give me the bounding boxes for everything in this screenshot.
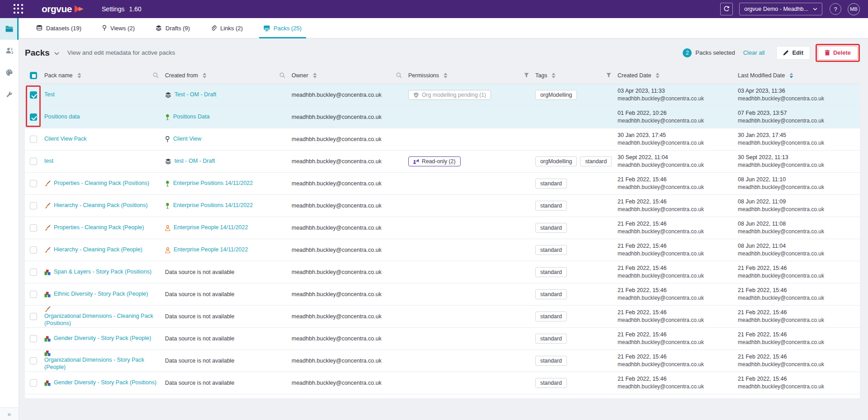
sort-icon[interactable]: [443, 73, 448, 78]
sidebar-item-wrench[interactable]: [0, 83, 19, 105]
permission-chip[interactable]: Read-only (2): [408, 156, 461, 166]
tab-drafts[interactable]: Drafts (9): [151, 18, 194, 38]
row-checkbox[interactable]: [30, 291, 37, 298]
row-checkbox[interactable]: [30, 269, 37, 276]
table-row[interactable]: Gender Diversity - Story Pack (People)Da…: [25, 328, 860, 350]
tab-links[interactable]: Links (2): [206, 18, 247, 38]
pack-name-link[interactable]: Hierarchy - Cleaning Pack (Positions): [54, 202, 148, 209]
row-checkbox[interactable]: [30, 357, 37, 364]
table-row[interactable]: Hierarchy - Cleaning Pack (People)Enterp…: [25, 239, 860, 261]
pack-name-link[interactable]: Properties - Cleaning Pack (Positions): [54, 180, 149, 187]
created-from-link[interactable]: Client View: [173, 136, 201, 143]
table-row[interactable]: Positions dataPositions Datameadhbh.buck…: [25, 106, 860, 128]
tenant-selector[interactable]: orgvue Demo - Meadhb...: [739, 3, 822, 15]
pack-name-link[interactable]: Span & Layers - Story Pack (Positions): [54, 269, 151, 276]
edit-label: Edit: [792, 49, 803, 56]
sidebar-expand-button[interactable]: »: [0, 407, 19, 420]
pack-name-link[interactable]: Positions data: [44, 113, 80, 121]
tab-packs[interactable]: Packs (25): [259, 18, 306, 38]
tab-views[interactable]: Views (2): [98, 18, 139, 38]
table-row[interactable]: Gender Diversity - Story Pack (Positions…: [25, 372, 860, 394]
pack-name-link[interactable]: Client View Pack: [44, 136, 87, 143]
created-from-link[interactable]: Enterprise People 14/11/2022: [174, 246, 248, 254]
table-row[interactable]: Properties - Cleaning Pack (People)Enter…: [25, 217, 860, 239]
owner-email: meadhbh.buckley@concentra.co.uk: [292, 225, 382, 231]
pack-name-link[interactable]: Ethnic Diversity - Story Pack (People): [54, 291, 148, 298]
delete-button[interactable]: Delete: [818, 46, 858, 60]
pack-name-link[interactable]: Properties - Cleaning Pack (People): [54, 224, 144, 231]
table-row[interactable]: Ethnic Diversity - Story Pack (People)Da…: [25, 283, 860, 306]
pack-name-link[interactable]: test: [44, 158, 53, 165]
pack-name-link[interactable]: Gender Diversity - Story Pack (People): [54, 335, 151, 342]
clear-all-link[interactable]: Clear all: [743, 49, 765, 56]
table-row[interactable]: Organizational Dimensions - Story Pack (…: [25, 350, 860, 372]
search-icon[interactable]: [153, 72, 159, 78]
created-from-link[interactable]: test - OM - Draft: [175, 158, 215, 165]
sort-icon[interactable]: [313, 73, 317, 78]
search-icon[interactable]: [396, 72, 402, 78]
table-row[interactable]: Properties - Cleaning Pack (Positions)En…: [25, 173, 860, 195]
row-checkbox[interactable]: [30, 202, 37, 209]
row-checkbox[interactable]: [30, 136, 37, 143]
date-user: meadhbh.buckley@concentra.co.uk: [618, 228, 704, 235]
column-header-created-from[interactable]: Created from: [165, 67, 292, 84]
table-row[interactable]: testtest - OM - Draftmeadhbh.buckley@con…: [25, 151, 860, 173]
sync-button[interactable]: [720, 3, 733, 15]
column-header-pack-name[interactable]: Pack name: [44, 67, 165, 84]
row-select-cell: [25, 379, 44, 387]
created-from-link[interactable]: Enterprise Positions 14/11/2022: [173, 202, 253, 209]
column-header-created-date[interactable]: Created Date: [618, 67, 738, 84]
date-value: 07 Feb 2023, 13:57: [738, 110, 787, 117]
date-user: meadhbh.buckley@concentra.co.uk: [738, 383, 824, 390]
filter-icon[interactable]: [524, 73, 529, 78]
row-checkbox[interactable]: [30, 313, 37, 320]
sidebar-item-palette[interactable]: [0, 61, 19, 83]
created-from-link[interactable]: Positions Data: [173, 113, 210, 121]
sort-icon-active-desc[interactable]: [789, 73, 793, 78]
row-checkbox[interactable]: [30, 158, 37, 165]
app-grid-icon[interactable]: [14, 4, 24, 14]
pack-name-link[interactable]: Organizational Dimensions - Cleaning Pac…: [44, 313, 159, 327]
column-header-permissions[interactable]: Permissions: [408, 67, 535, 84]
table-row[interactable]: Organizational Dimensions - Cleaning Pac…: [25, 306, 860, 328]
sidebar-item-people[interactable]: [0, 40, 19, 61]
permission-chip[interactable]: Org modelling pending (1): [408, 90, 491, 100]
tab-datasets[interactable]: Datasets (19): [32, 18, 86, 38]
row-checkbox[interactable]: [30, 91, 37, 99]
title-chevron-down-icon[interactable]: [54, 52, 59, 55]
created-from-link[interactable]: Test - OM - Draft: [175, 91, 216, 99]
pack-name-link[interactable]: Organizational Dimensions - Story Pack (…: [44, 357, 159, 371]
row-checkbox[interactable]: [30, 246, 37, 254]
row-checkbox[interactable]: [30, 180, 37, 187]
sort-icon[interactable]: [656, 73, 660, 78]
date-entry: 07 Feb 2023, 13:57meadhbh.buckley@concen…: [738, 110, 824, 124]
created-from-link[interactable]: Enterprise Positions 14/11/2022: [173, 180, 253, 187]
sidebar-item-folder[interactable]: [0, 18, 19, 40]
column-header-last-modified-date[interactable]: Last Modified Date: [738, 67, 860, 84]
pack-name-link[interactable]: Test: [44, 91, 55, 99]
search-icon[interactable]: [279, 72, 285, 78]
date-entry: 21 Feb 2022, 15:46meadhbh.buckley@concen…: [618, 376, 704, 390]
filter-icon[interactable]: [606, 73, 611, 78]
sort-icon[interactable]: [203, 73, 207, 78]
help-button[interactable]: ?: [830, 3, 841, 15]
edit-button[interactable]: Edit: [776, 46, 810, 60]
table-row[interactable]: Hierarchy - Cleaning Pack (Positions)Ent…: [25, 195, 860, 217]
sort-icon[interactable]: [552, 73, 556, 78]
column-header-owner[interactable]: Owner: [292, 67, 408, 84]
pack-name-link[interactable]: Hierarchy - Cleaning Pack (People): [54, 246, 142, 254]
date-value: 03 Apr 2023, 11:33: [618, 88, 665, 94]
row-checkbox[interactable]: [30, 224, 37, 231]
pack-name-link[interactable]: Gender Diversity - Story Pack (Positions…: [54, 379, 156, 387]
table-row[interactable]: Client View PackClient Viewmeadhbh.buckl…: [25, 128, 860, 151]
user-avatar[interactable]: MB: [848, 3, 860, 15]
column-header-tags[interactable]: Tags: [535, 67, 618, 84]
table-row[interactable]: TestTest - OM - Draftmeadhbh.buckley@con…: [25, 84, 860, 106]
sort-icon[interactable]: [77, 73, 81, 78]
row-checkbox[interactable]: [30, 335, 37, 342]
select-all-checkbox[interactable]: [30, 72, 37, 79]
row-checkbox[interactable]: [30, 379, 37, 387]
created-from-link[interactable]: Enterprise People 14/11/2022: [174, 224, 248, 231]
table-row[interactable]: Span & Layers - Story Pack (Positions)Da…: [25, 261, 860, 283]
row-checkbox[interactable]: [30, 113, 37, 121]
